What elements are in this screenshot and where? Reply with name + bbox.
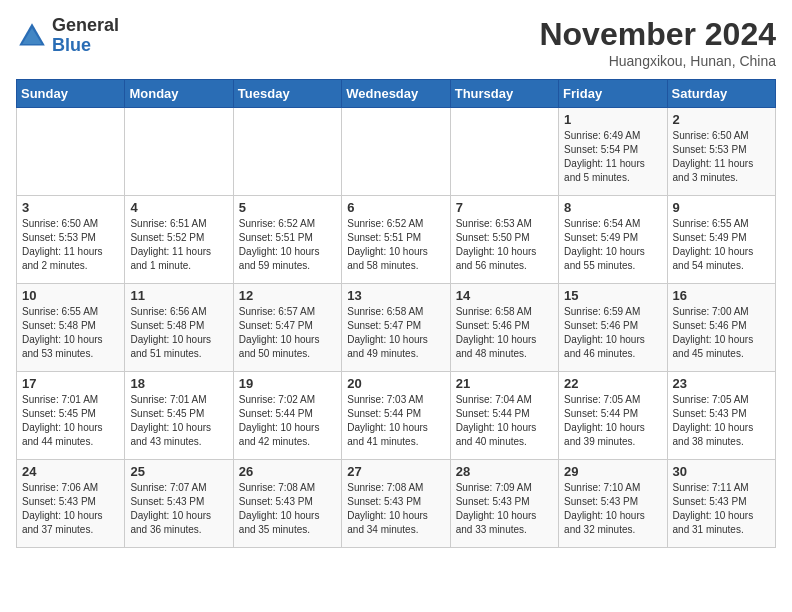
location-subtitle: Huangxikou, Hunan, China xyxy=(539,53,776,69)
day-number: 12 xyxy=(239,288,336,303)
calendar-cell: 9Sunrise: 6:55 AM Sunset: 5:49 PM Daylig… xyxy=(667,196,775,284)
day-info: Sunrise: 6:59 AM Sunset: 5:46 PM Dayligh… xyxy=(564,305,661,361)
day-number: 4 xyxy=(130,200,227,215)
day-info: Sunrise: 7:10 AM Sunset: 5:43 PM Dayligh… xyxy=(564,481,661,537)
day-number: 3 xyxy=(22,200,119,215)
day-info: Sunrise: 7:05 AM Sunset: 5:43 PM Dayligh… xyxy=(673,393,770,449)
day-info: Sunrise: 6:55 AM Sunset: 5:48 PM Dayligh… xyxy=(22,305,119,361)
header-cell-monday: Monday xyxy=(125,80,233,108)
calendar-cell: 24Sunrise: 7:06 AM Sunset: 5:43 PM Dayli… xyxy=(17,460,125,548)
calendar-cell: 18Sunrise: 7:01 AM Sunset: 5:45 PM Dayli… xyxy=(125,372,233,460)
calendar-cell: 21Sunrise: 7:04 AM Sunset: 5:44 PM Dayli… xyxy=(450,372,558,460)
day-info: Sunrise: 6:50 AM Sunset: 5:53 PM Dayligh… xyxy=(673,129,770,185)
day-info: Sunrise: 6:52 AM Sunset: 5:51 PM Dayligh… xyxy=(347,217,444,273)
day-info: Sunrise: 7:01 AM Sunset: 5:45 PM Dayligh… xyxy=(22,393,119,449)
calendar-cell: 28Sunrise: 7:09 AM Sunset: 5:43 PM Dayli… xyxy=(450,460,558,548)
day-info: Sunrise: 6:51 AM Sunset: 5:52 PM Dayligh… xyxy=(130,217,227,273)
day-info: Sunrise: 7:01 AM Sunset: 5:45 PM Dayligh… xyxy=(130,393,227,449)
day-number: 17 xyxy=(22,376,119,391)
calendar-cell: 22Sunrise: 7:05 AM Sunset: 5:44 PM Dayli… xyxy=(559,372,667,460)
day-info: Sunrise: 7:04 AM Sunset: 5:44 PM Dayligh… xyxy=(456,393,553,449)
calendar-cell xyxy=(125,108,233,196)
day-info: Sunrise: 6:55 AM Sunset: 5:49 PM Dayligh… xyxy=(673,217,770,273)
calendar-cell: 10Sunrise: 6:55 AM Sunset: 5:48 PM Dayli… xyxy=(17,284,125,372)
day-number: 21 xyxy=(456,376,553,391)
day-info: Sunrise: 6:49 AM Sunset: 5:54 PM Dayligh… xyxy=(564,129,661,185)
day-number: 24 xyxy=(22,464,119,479)
logo-blue-text: Blue xyxy=(52,36,119,56)
page-header: General Blue November 2024 Huangxikou, H… xyxy=(16,16,776,69)
calendar-cell: 16Sunrise: 7:00 AM Sunset: 5:46 PM Dayli… xyxy=(667,284,775,372)
day-info: Sunrise: 7:03 AM Sunset: 5:44 PM Dayligh… xyxy=(347,393,444,449)
day-info: Sunrise: 7:08 AM Sunset: 5:43 PM Dayligh… xyxy=(347,481,444,537)
day-info: Sunrise: 7:06 AM Sunset: 5:43 PM Dayligh… xyxy=(22,481,119,537)
week-row-3: 10Sunrise: 6:55 AM Sunset: 5:48 PM Dayli… xyxy=(17,284,776,372)
calendar-body: 1Sunrise: 6:49 AM Sunset: 5:54 PM Daylig… xyxy=(17,108,776,548)
calendar-cell xyxy=(342,108,450,196)
calendar-cell xyxy=(450,108,558,196)
header-cell-sunday: Sunday xyxy=(17,80,125,108)
calendar-cell: 30Sunrise: 7:11 AM Sunset: 5:43 PM Dayli… xyxy=(667,460,775,548)
calendar-cell: 20Sunrise: 7:03 AM Sunset: 5:44 PM Dayli… xyxy=(342,372,450,460)
day-info: Sunrise: 7:11 AM Sunset: 5:43 PM Dayligh… xyxy=(673,481,770,537)
calendar-cell: 3Sunrise: 6:50 AM Sunset: 5:53 PM Daylig… xyxy=(17,196,125,284)
day-info: Sunrise: 6:57 AM Sunset: 5:47 PM Dayligh… xyxy=(239,305,336,361)
day-info: Sunrise: 6:50 AM Sunset: 5:53 PM Dayligh… xyxy=(22,217,119,273)
day-number: 6 xyxy=(347,200,444,215)
day-info: Sunrise: 6:56 AM Sunset: 5:48 PM Dayligh… xyxy=(130,305,227,361)
header-cell-saturday: Saturday xyxy=(667,80,775,108)
day-number: 30 xyxy=(673,464,770,479)
day-info: Sunrise: 7:00 AM Sunset: 5:46 PM Dayligh… xyxy=(673,305,770,361)
day-info: Sunrise: 7:09 AM Sunset: 5:43 PM Dayligh… xyxy=(456,481,553,537)
week-row-2: 3Sunrise: 6:50 AM Sunset: 5:53 PM Daylig… xyxy=(17,196,776,284)
week-row-5: 24Sunrise: 7:06 AM Sunset: 5:43 PM Dayli… xyxy=(17,460,776,548)
day-number: 18 xyxy=(130,376,227,391)
day-info: Sunrise: 6:53 AM Sunset: 5:50 PM Dayligh… xyxy=(456,217,553,273)
calendar-cell: 25Sunrise: 7:07 AM Sunset: 5:43 PM Dayli… xyxy=(125,460,233,548)
logo-text: General Blue xyxy=(52,16,119,56)
calendar-cell: 15Sunrise: 6:59 AM Sunset: 5:46 PM Dayli… xyxy=(559,284,667,372)
calendar-header: SundayMondayTuesdayWednesdayThursdayFrid… xyxy=(17,80,776,108)
calendar-table: SundayMondayTuesdayWednesdayThursdayFrid… xyxy=(16,79,776,548)
day-info: Sunrise: 6:54 AM Sunset: 5:49 PM Dayligh… xyxy=(564,217,661,273)
day-number: 28 xyxy=(456,464,553,479)
day-number: 15 xyxy=(564,288,661,303)
day-info: Sunrise: 7:02 AM Sunset: 5:44 PM Dayligh… xyxy=(239,393,336,449)
calendar-cell: 29Sunrise: 7:10 AM Sunset: 5:43 PM Dayli… xyxy=(559,460,667,548)
header-cell-thursday: Thursday xyxy=(450,80,558,108)
day-number: 9 xyxy=(673,200,770,215)
day-number: 2 xyxy=(673,112,770,127)
day-number: 22 xyxy=(564,376,661,391)
calendar-cell: 12Sunrise: 6:57 AM Sunset: 5:47 PM Dayli… xyxy=(233,284,341,372)
header-cell-wednesday: Wednesday xyxy=(342,80,450,108)
header-cell-friday: Friday xyxy=(559,80,667,108)
calendar-cell: 14Sunrise: 6:58 AM Sunset: 5:46 PM Dayli… xyxy=(450,284,558,372)
calendar-cell: 17Sunrise: 7:01 AM Sunset: 5:45 PM Dayli… xyxy=(17,372,125,460)
calendar-cell: 2Sunrise: 6:50 AM Sunset: 5:53 PM Daylig… xyxy=(667,108,775,196)
day-info: Sunrise: 6:58 AM Sunset: 5:47 PM Dayligh… xyxy=(347,305,444,361)
calendar-cell xyxy=(17,108,125,196)
calendar-cell: 5Sunrise: 6:52 AM Sunset: 5:51 PM Daylig… xyxy=(233,196,341,284)
calendar-cell: 8Sunrise: 6:54 AM Sunset: 5:49 PM Daylig… xyxy=(559,196,667,284)
week-row-1: 1Sunrise: 6:49 AM Sunset: 5:54 PM Daylig… xyxy=(17,108,776,196)
calendar-cell: 11Sunrise: 6:56 AM Sunset: 5:48 PM Dayli… xyxy=(125,284,233,372)
day-number: 23 xyxy=(673,376,770,391)
calendar-cell: 4Sunrise: 6:51 AM Sunset: 5:52 PM Daylig… xyxy=(125,196,233,284)
week-row-4: 17Sunrise: 7:01 AM Sunset: 5:45 PM Dayli… xyxy=(17,372,776,460)
day-info: Sunrise: 6:52 AM Sunset: 5:51 PM Dayligh… xyxy=(239,217,336,273)
day-number: 25 xyxy=(130,464,227,479)
calendar-cell: 23Sunrise: 7:05 AM Sunset: 5:43 PM Dayli… xyxy=(667,372,775,460)
day-number: 19 xyxy=(239,376,336,391)
day-number: 14 xyxy=(456,288,553,303)
calendar-cell xyxy=(233,108,341,196)
day-number: 26 xyxy=(239,464,336,479)
header-row: SundayMondayTuesdayWednesdayThursdayFrid… xyxy=(17,80,776,108)
logo-general: General xyxy=(52,16,119,36)
day-number: 13 xyxy=(347,288,444,303)
day-number: 10 xyxy=(22,288,119,303)
day-info: Sunrise: 6:58 AM Sunset: 5:46 PM Dayligh… xyxy=(456,305,553,361)
calendar-cell: 27Sunrise: 7:08 AM Sunset: 5:43 PM Dayli… xyxy=(342,460,450,548)
calendar-cell: 7Sunrise: 6:53 AM Sunset: 5:50 PM Daylig… xyxy=(450,196,558,284)
calendar-cell: 19Sunrise: 7:02 AM Sunset: 5:44 PM Dayli… xyxy=(233,372,341,460)
calendar-cell: 13Sunrise: 6:58 AM Sunset: 5:47 PM Dayli… xyxy=(342,284,450,372)
